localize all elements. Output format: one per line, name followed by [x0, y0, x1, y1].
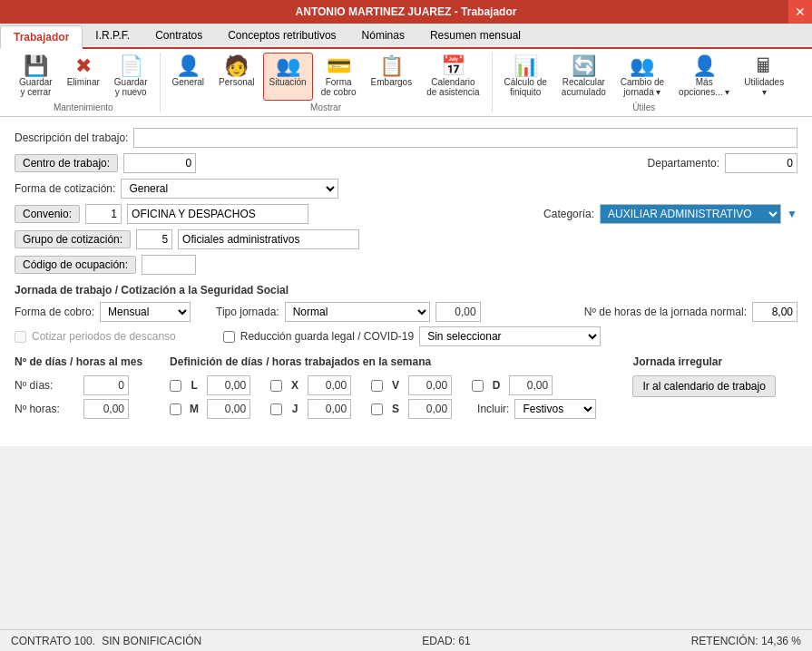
forma-cobro-label: Formade cobro — [321, 77, 357, 97]
day-s-checkbox[interactable] — [371, 403, 383, 415]
horas-row: Nº horas: — [15, 399, 142, 419]
jornada-irregular-title: Jornada irregular — [632, 355, 775, 368]
tab-nominas[interactable]: Nóminas — [349, 24, 417, 47]
tipo-jornada-hours-input[interactable] — [435, 302, 481, 322]
mas-opciones-button[interactable]: 👤 Másopciones... ▾ — [672, 53, 736, 101]
day-v-checkbox[interactable] — [371, 380, 383, 392]
forma-cobro-icon: 💳 — [327, 56, 351, 76]
convenio-name-input[interactable] — [127, 204, 308, 224]
mas-opciones-icon: 👤 — [692, 56, 717, 76]
calculo-finiquito-button[interactable]: 📊 Cálculo definiquito — [498, 53, 553, 101]
close-button[interactable]: ✕ — [788, 0, 812, 24]
utilidades-button[interactable]: 🖩 Utilidades▾ — [738, 53, 790, 101]
day-d-checkbox[interactable] — [472, 380, 484, 392]
horas-jornada-input[interactable] — [752, 302, 797, 322]
embargos-button[interactable]: 📋 Embargos — [365, 53, 419, 101]
day-l-input[interactable] — [207, 375, 250, 395]
descripcion-label: Descripción del trabajo: — [15, 131, 128, 144]
calculo-icon: 📊 — [514, 56, 538, 76]
guardar-cerrar-label: Guardary cerrar — [19, 77, 53, 97]
forma-cotizacion-row: Forma de cotización: General — [15, 179, 797, 199]
main-content: Descripción del trabajo: Centro de traba… — [0, 117, 812, 446]
centro-trabajo-button[interactable]: Centro de trabajo: — [15, 154, 118, 172]
reduccion-checkbox[interactable] — [223, 331, 235, 343]
day-j-checkbox[interactable] — [270, 403, 282, 415]
tab-conceptos[interactable]: Conceptos retributivos — [215, 24, 348, 47]
cambio-jornada-button[interactable]: 👥 Cambio dejornada ▾ — [614, 53, 670, 101]
day-l-label: L — [187, 379, 201, 392]
day-d-label: D — [489, 379, 504, 392]
convenio-id-input[interactable] — [85, 204, 122, 224]
day-x-checkbox[interactable] — [270, 380, 282, 392]
codigo-ocupacion-button[interactable]: Código de ocupación: — [15, 256, 136, 274]
cambio-jornada-label: Cambio dejornada ▾ — [621, 77, 664, 97]
utilidades-label: Utilidades▾ — [744, 77, 784, 97]
recalcular-label: Recalcularacumulado — [562, 77, 606, 97]
calendario-button[interactable]: 📅 Calendariode asistencia — [420, 53, 485, 101]
incluir-select[interactable]: Festivos — [514, 399, 596, 419]
centro-trabajo-input[interactable] — [123, 153, 196, 173]
day-s-input[interactable] — [408, 399, 452, 419]
dias-input[interactable] — [83, 375, 129, 395]
tipo-jornada-label: Tipo jornada: — [216, 306, 279, 318]
day-x-input[interactable] — [308, 375, 351, 395]
convenio-button[interactable]: Convenio: — [15, 205, 80, 223]
guardar-cerrar-icon: 💾 — [24, 56, 48, 76]
tab-contratos[interactable]: Contratos — [142, 24, 215, 47]
personal-button[interactable]: 🧑 Personal — [212, 53, 260, 101]
tipo-jornada-select[interactable]: Normal — [285, 302, 430, 322]
utiles-buttons: 📊 Cálculo definiquito 🔄 Recalcularacumul… — [498, 53, 791, 101]
codigo-ocupacion-input[interactable] — [142, 255, 196, 275]
reduccion-select[interactable]: Sin seleccionar — [419, 326, 601, 346]
grupo-name-input[interactable] — [178, 229, 359, 249]
forma-cobro-button[interactable]: 💳 Formade cobro — [315, 53, 363, 101]
dias-row: Nº días: — [15, 375, 142, 395]
guardar-cerrar-button[interactable]: 💾 Guardary cerrar — [13, 53, 59, 101]
centro-departamento-row: Centro de trabajo: Departamento: — [15, 153, 797, 173]
day-j-label: J — [288, 403, 302, 415]
tab-irpf[interactable]: I.R.P.F. — [83, 24, 142, 47]
categoria-select[interactable]: AUXILIAR ADMINISTRATIVO — [600, 204, 781, 224]
ir-calendario-button[interactable]: Ir al calendario de trabajo — [632, 375, 775, 397]
day-m-input[interactable] — [207, 399, 250, 419]
tab-resumen[interactable]: Resumen mensual — [417, 24, 533, 47]
day-m-checkbox[interactable] — [170, 403, 181, 415]
embargos-icon: 📋 — [379, 56, 404, 76]
situacion-button[interactable]: 👥 Situación — [263, 53, 313, 101]
horas-input[interactable] — [83, 399, 129, 419]
descripcion-row: Descripción del trabajo: — [15, 128, 797, 148]
mas-opciones-label: Másopciones... ▾ — [679, 77, 729, 97]
day-d-input[interactable] — [509, 375, 553, 395]
forma-cotizacion-label: Forma de cotización: — [15, 182, 115, 195]
day-j-input[interactable] — [308, 399, 351, 419]
tab-trabajador[interactable]: Trabajador — [0, 25, 83, 49]
personal-label: Personal — [219, 77, 254, 87]
day-m-label: M — [187, 403, 201, 415]
general-button[interactable]: 👤 General — [166, 53, 211, 101]
days-row2: M J S Incluir: Festivos — [170, 399, 596, 419]
utiles-label: Útiles — [632, 102, 655, 112]
eliminar-button[interactable]: ✖ Eliminar — [61, 53, 106, 101]
day-v-label: V — [388, 379, 403, 392]
descripcion-input[interactable] — [133, 128, 797, 148]
categoria-label: Categoría: — [543, 208, 594, 220]
days-hours-container: Nº de días / horas al mes Nº días: Nº ho… — [15, 355, 797, 419]
day-v-input[interactable] — [408, 375, 452, 395]
guardar-nuevo-button[interactable]: 📄 Guardary nuevo — [108, 53, 154, 101]
definition-section: Definición de días / horas trabajados en… — [170, 355, 596, 419]
grupo-cotizacion-button[interactable]: Grupo de cotización: — [15, 230, 131, 248]
cotizar-descanso-checkbox[interactable] — [15, 331, 26, 343]
forma-cobro-select[interactable]: Mensual — [100, 302, 191, 322]
day-l-checkbox[interactable] — [170, 380, 181, 392]
recalcular-button[interactable]: 🔄 Recalcularacumulado — [555, 53, 612, 101]
embargos-label: Embargos — [371, 77, 413, 87]
personal-icon: 🧑 — [224, 56, 249, 76]
forma-cotizacion-select[interactable]: General — [121, 179, 338, 199]
situacion-label: Situación — [269, 77, 307, 87]
guardar-nuevo-label: Guardary nuevo — [114, 77, 148, 97]
window-title: ANTONIO MARTINEZ JUAREZ - Trabajador — [296, 5, 517, 18]
departamento-input[interactable] — [725, 153, 797, 173]
eliminar-label: Eliminar — [67, 77, 100, 87]
grupo-id-input[interactable] — [136, 229, 172, 249]
toolbar: 💾 Guardary cerrar ✖ Eliminar 📄 Guardary … — [0, 49, 812, 117]
